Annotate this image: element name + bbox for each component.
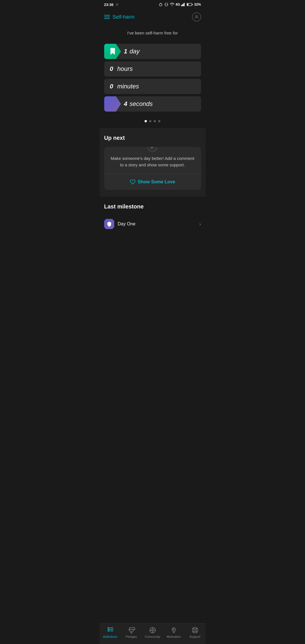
seconds-number: 4 bbox=[124, 100, 127, 108]
hours-unit: hours bbox=[117, 65, 133, 73]
status-bar: 23:36 ♪ 4G bbox=[100, 0, 206, 9]
nav-pledges[interactable]: Pledges bbox=[121, 626, 142, 638]
milestone-badge-icon bbox=[104, 219, 114, 229]
motivation-label: Motivation bbox=[167, 635, 181, 638]
svg-rect-5 bbox=[165, 3, 167, 6]
support-label: Support bbox=[189, 635, 201, 638]
nav-motivation[interactable]: Motivation bbox=[163, 626, 184, 638]
profile-button[interactable] bbox=[192, 12, 201, 21]
battery-icon bbox=[187, 3, 193, 6]
support-nav-icon bbox=[191, 626, 199, 634]
timer-container: 1 day 0 hours 0 minutes 4 seconds bbox=[104, 44, 201, 112]
community-nav-icon bbox=[149, 626, 156, 634]
dot-3[interactable] bbox=[154, 120, 156, 122]
show-some-love-button[interactable]: Show Some Love bbox=[104, 174, 201, 190]
community-label: Community bbox=[145, 635, 160, 638]
milestone-section: Last milestone Day One › bbox=[100, 197, 206, 239]
support-icon bbox=[191, 626, 199, 634]
days-badge bbox=[104, 44, 121, 59]
motivation-icon bbox=[170, 626, 177, 634]
header-left: Self-harm bbox=[104, 14, 135, 20]
addictions-label: Addictions bbox=[103, 635, 117, 638]
dot-4[interactable] bbox=[158, 120, 160, 122]
milestone-item[interactable]: Day One › bbox=[104, 216, 201, 232]
svg-point-36 bbox=[194, 629, 196, 632]
addictions-icon bbox=[106, 626, 114, 634]
timer-days: 1 day bbox=[104, 44, 201, 59]
svg-point-16 bbox=[196, 15, 197, 17]
nav-community[interactable]: Community bbox=[142, 626, 163, 638]
svg-rect-12 bbox=[184, 3, 185, 6]
shield-icon bbox=[106, 221, 112, 227]
pledges-icon bbox=[128, 626, 135, 634]
minutes-unit: minutes bbox=[117, 83, 139, 90]
seconds-unit: seconds bbox=[130, 100, 153, 108]
pledges-nav-icon bbox=[128, 626, 135, 634]
alarm-icon bbox=[158, 2, 163, 7]
svg-rect-19 bbox=[107, 630, 110, 631]
page-title: Self-harm bbox=[113, 14, 135, 20]
bottom-navigation: Addictions Pledges Community bbox=[100, 623, 206, 644]
tiktok-icon: ♪ bbox=[115, 3, 119, 6]
minutes-number: 0 bbox=[110, 83, 113, 90]
milestone-title: Last milestone bbox=[104, 203, 201, 210]
svg-rect-9 bbox=[181, 5, 182, 6]
community-icon bbox=[149, 626, 156, 634]
svg-point-32 bbox=[173, 629, 174, 630]
vibrate-icon bbox=[164, 2, 169, 7]
action-label: Show Some Love bbox=[138, 179, 175, 184]
user-icon bbox=[194, 14, 199, 19]
page-indicator bbox=[104, 120, 201, 128]
up-next-section: Up next Make someone's day better! Add a… bbox=[100, 128, 206, 197]
dot-1[interactable] bbox=[145, 120, 147, 122]
pledges-label: Pledges bbox=[126, 635, 137, 638]
subtitle-text: I've been self-harm free for bbox=[104, 31, 201, 35]
task-card: Make someone's day better! Add a comment… bbox=[104, 147, 201, 190]
timer-hours: 0 hours bbox=[104, 61, 201, 77]
menu-button[interactable] bbox=[104, 15, 110, 19]
svg-rect-10 bbox=[182, 4, 183, 6]
svg-rect-11 bbox=[183, 4, 184, 6]
timer-seconds: 4 seconds bbox=[104, 96, 201, 112]
nav-support[interactable]: Support bbox=[184, 626, 206, 638]
svg-rect-14 bbox=[192, 4, 193, 5]
status-icons: 4G 32% bbox=[158, 2, 201, 7]
days-unit: day bbox=[130, 48, 140, 55]
days-badge-icon bbox=[110, 47, 116, 55]
timer-minutes: 0 minutes bbox=[104, 79, 201, 94]
svg-text:♪: ♪ bbox=[116, 4, 117, 5]
svg-rect-15 bbox=[187, 4, 189, 5]
milestone-name: Day One bbox=[118, 221, 196, 227]
svg-rect-18 bbox=[107, 629, 110, 630]
app-header: Self-harm bbox=[100, 9, 206, 25]
battery-text: 32% bbox=[194, 3, 201, 6]
wifi-icon bbox=[170, 2, 174, 7]
svg-rect-17 bbox=[107, 627, 110, 628]
heart-icon bbox=[130, 179, 136, 185]
svg-line-4 bbox=[161, 4, 161, 5]
chevron-right-icon: › bbox=[199, 221, 201, 227]
check-icon bbox=[150, 147, 155, 149]
signal-icon bbox=[181, 3, 186, 6]
svg-point-26 bbox=[152, 629, 154, 631]
hours-number: 0 bbox=[110, 65, 113, 73]
seconds-badge bbox=[104, 96, 121, 112]
svg-point-8 bbox=[172, 5, 173, 6]
up-next-title: Up next bbox=[104, 135, 201, 141]
status-time: 23:36 ♪ bbox=[104, 3, 119, 7]
network-label: 4G bbox=[175, 3, 180, 6]
dot-2[interactable] bbox=[149, 120, 151, 122]
main-content: I've been self-harm free for 1 day 0 hou… bbox=[100, 25, 206, 128]
addictions-nav-icon bbox=[106, 626, 114, 634]
motivation-nav-icon bbox=[170, 626, 177, 634]
nav-addictions[interactable]: Addictions bbox=[100, 626, 121, 638]
svg-point-0 bbox=[116, 3, 119, 6]
days-number: 1 bbox=[124, 48, 127, 55]
time-display: 23:36 bbox=[104, 3, 114, 7]
